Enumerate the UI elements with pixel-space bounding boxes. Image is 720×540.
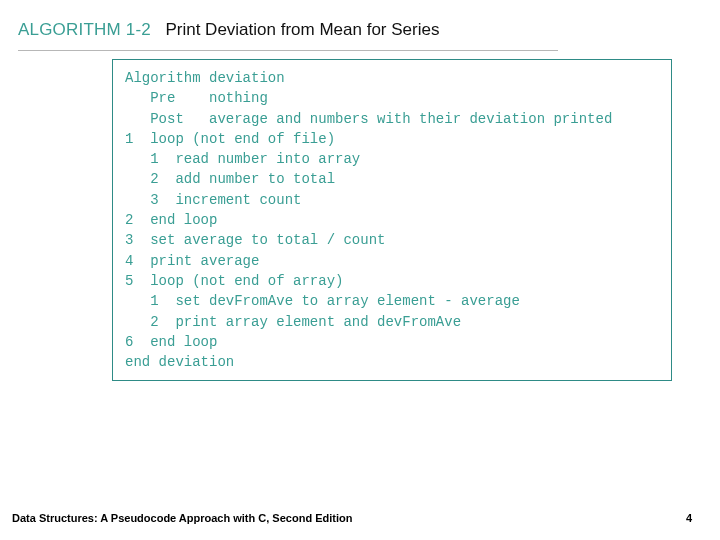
footer-page-number: 4	[686, 512, 692, 524]
code-line: Pre nothing	[125, 88, 661, 108]
algorithm-header: ALGORITHM 1-2 Print Deviation from Mean …	[0, 0, 720, 46]
code-line: 2 end loop	[125, 210, 661, 230]
code-line: Algorithm deviation	[125, 68, 661, 88]
code-line: 3 set average to total / count	[125, 230, 661, 250]
code-line: 5 loop (not end of array)	[125, 271, 661, 291]
code-line: 1 loop (not end of file)	[125, 129, 661, 149]
code-line: 1 read number into array	[125, 149, 661, 169]
code-line: 6 end loop	[125, 332, 661, 352]
algorithm-label: ALGORITHM 1-2	[18, 20, 151, 40]
code-line: end deviation	[125, 352, 661, 372]
slide-footer: Data Structures: A Pseudocode Approach w…	[0, 512, 720, 524]
code-line: 4 print average	[125, 251, 661, 271]
footer-book-title: Data Structures: A Pseudocode Approach w…	[12, 512, 352, 524]
pseudocode-box: Algorithm deviation Pre nothing Post ave…	[112, 59, 672, 381]
code-line: 2 add number to total	[125, 169, 661, 189]
header-rule	[18, 50, 558, 51]
code-line: 1 set devFromAve to array element - aver…	[125, 291, 661, 311]
code-line: 3 increment count	[125, 190, 661, 210]
algorithm-title: Print Deviation from Mean for Series	[165, 20, 439, 40]
code-line: 2 print array element and devFromAve	[125, 312, 661, 332]
code-line: Post average and numbers with their devi…	[125, 109, 661, 129]
